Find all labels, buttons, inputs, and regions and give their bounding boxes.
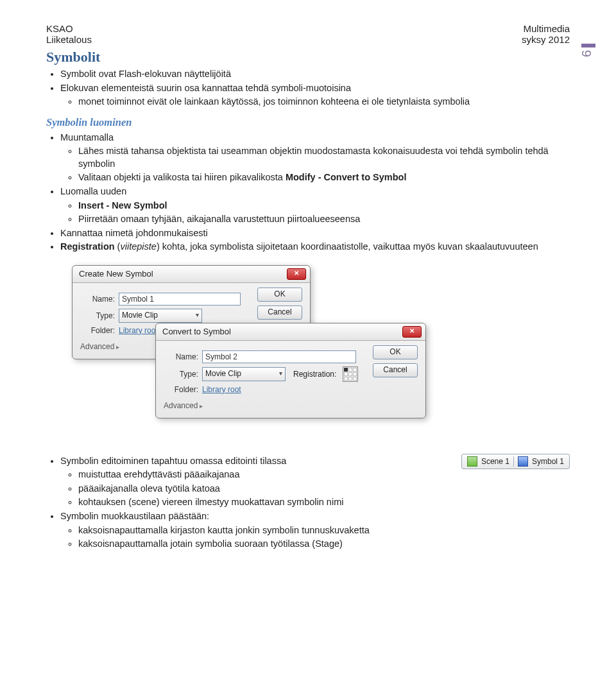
subheading-symbolin-luominen: Symbolin luominen [46, 116, 570, 129]
list-item: Piirretään omaan tyhjään, aikajanalla va… [78, 213, 570, 226]
list-item: monet toiminnot eivät ole lainkaan käytö… [78, 96, 570, 108]
list-item: kohtauksen (scene) viereen ilmestyy muok… [78, 496, 570, 509]
label-folder: Folder: [80, 326, 115, 335]
close-icon[interactable]: ✕ [287, 268, 306, 280]
scene-icon [467, 456, 477, 467]
page-ornament [581, 44, 595, 47]
registration-grid[interactable] [343, 366, 358, 382]
label-type: Type: [164, 370, 198, 379]
folder-link[interactable]: Library root [119, 326, 158, 335]
list-item: Muuntamalla [60, 132, 570, 144]
list-item: Kannattaa nimetä johdonmukaisesti [60, 227, 570, 240]
hdr-left2: Liiketalous [46, 34, 92, 45]
list-item: Symbolin editoiminen tapahtuu omassa edi… [60, 455, 570, 468]
close-icon[interactable]: ✕ [402, 326, 422, 338]
list-item: Elokuvan elementeistä suurin osa kannatt… [60, 82, 570, 95]
breadcrumb: Scene 1 Symbol 1 [461, 454, 570, 469]
bold-registration: Registration [60, 241, 115, 252]
list-item: Lähes mistä tahansa objektista tai useam… [78, 145, 570, 170]
folder-link[interactable]: Library root [202, 385, 241, 394]
bold-modify-convert: Modify - Convert to Symbol [286, 172, 407, 182]
label-type: Type: [80, 311, 115, 320]
name-input[interactable]: Symbol 2 [202, 350, 356, 363]
advanced-toggle[interactable]: Advanced [80, 342, 119, 351]
name-input[interactable]: Symbol 1 [119, 293, 241, 305]
list-edit: Symbolin editoiminen tapahtuu omassa edi… [60, 455, 570, 551]
bold-insert-new-symbol: Insert - New Symbol [78, 200, 570, 212]
label-name: Name: [80, 295, 115, 304]
label-folder: Folder: [164, 385, 198, 394]
cancel-button[interactable]: Cancel [257, 305, 302, 320]
list-item: kaksoisnapauttamalla jotain symbolia suo… [78, 538, 570, 551]
dialogs-figure: Create New Symbol ✕ OK Cancel Name: Symb… [72, 265, 418, 438]
type-select[interactable]: Movie Clip [119, 309, 202, 323]
dialog-title: Convert to Symbol [162, 327, 231, 336]
crumb-symbol[interactable]: Symbol 1 [532, 456, 564, 467]
list-intro: Symbolit ovat Flash-elokuvan näyttelijöi… [60, 68, 570, 108]
dialog-title: Create New Symbol [79, 269, 153, 279]
label-registration: Registration: [293, 370, 336, 379]
divider [513, 456, 514, 467]
ok-button[interactable]: OK [257, 288, 302, 302]
crumb-scene[interactable]: Scene 1 [481, 456, 509, 467]
dialog-convert-to-symbol: Convert to Symbol ✕ OK Cancel Name: Symb… [155, 323, 426, 418]
list-item: Registration (viitepiste) kohta, joka sy… [60, 241, 570, 254]
section-heading-symbolit: Symbolit [46, 49, 570, 65]
hdr-left1: KSAO [46, 23, 73, 34]
list-item: muistuttaa erehdyttävästi pääaikajanaa [78, 469, 570, 481]
list-item: Luomalla uuden [60, 185, 570, 198]
text: Valitaan objekti ja valikosta tai hiiren… [78, 172, 286, 182]
list-item: Valitaan objekti ja valikosta tai hiiren… [78, 171, 570, 184]
hdr-right2: syksy 2012 [522, 34, 570, 45]
cancel-button[interactable]: Cancel [373, 363, 418, 377]
text: kaksoisnapauttamalla jotain symbolia suo… [78, 538, 343, 549]
text: Symbolin editoiminen tapahtuu omassa edi… [60, 456, 286, 466]
ok-button[interactable]: OK [373, 345, 418, 359]
list-item: kaksoisnapauttamalla kirjaston kautta jo… [78, 524, 570, 537]
italic-viitepiste: viitepiste [120, 241, 156, 252]
hdr-right1: Multimedia [523, 23, 570, 34]
list-item: Symbolin muokkaustilaan päästään: [60, 510, 570, 523]
advanced-toggle[interactable]: Advanced [164, 401, 203, 410]
page-number: 6 [579, 50, 594, 57]
text: ) kohta, joka symbolista sijoitetaan koo… [157, 241, 538, 252]
type-select[interactable]: Movie Clip [202, 367, 286, 381]
list-item: Symbolit ovat Flash-elokuvan näyttelijöi… [60, 68, 570, 81]
label-name: Name: [164, 352, 198, 361]
symbol-icon [518, 456, 528, 467]
list-item: pääaikajanalla oleva työtila katoaa [78, 483, 570, 495]
list-create: Muuntamalla Lähes mistä tahansa objektis… [60, 132, 570, 254]
